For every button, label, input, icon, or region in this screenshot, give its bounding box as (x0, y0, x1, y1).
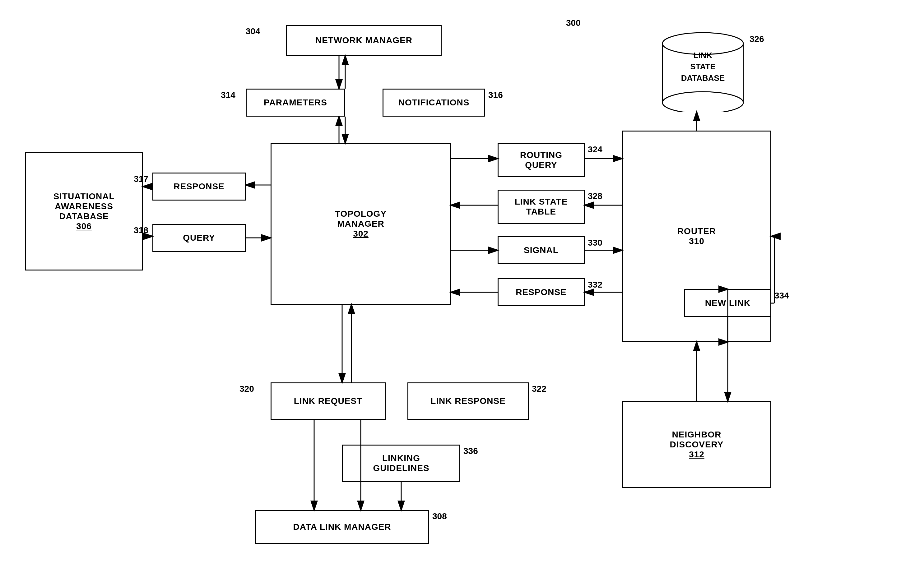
data-link-manager-box: DATA LINK MANAGER (255, 510, 429, 544)
svg-point-2 (662, 92, 743, 112)
new-link-label: NEW LINK (705, 298, 751, 308)
notifications-box: NOTIFICATIONS (383, 89, 485, 117)
response-right-box: RESPONSE (498, 278, 585, 306)
link-state-table-label: LINK STATE TABLE (515, 197, 568, 217)
ref-328: 328 (588, 191, 602, 201)
ref-324: 324 (588, 145, 602, 155)
new-link-box: NEW LINK (684, 289, 771, 317)
routing-query-label: ROUTING QUERY (520, 150, 562, 170)
query-label: QUERY (183, 233, 215, 243)
topology-label: TOPOLOGY MANAGER 302 (335, 209, 386, 239)
link-response-box: LINK RESPONSE (408, 383, 529, 420)
ref-316: 316 (488, 90, 503, 100)
network-manager-box: NETWORK MANAGER (286, 25, 442, 56)
link-request-label: LINK REQUEST (294, 396, 362, 406)
query-box: QUERY (152, 224, 246, 252)
neighbor-discovery-box: NEIGHBOR DISCOVERY 312 (622, 401, 771, 488)
ref-326: 326 (749, 34, 764, 44)
ref-322: 322 (532, 384, 546, 394)
diagram: 300 NETWORK MANAGER 304 PARAMETERS 314 N… (0, 0, 924, 587)
ref-300: 300 (566, 18, 581, 28)
response-left-label: RESPONSE (173, 181, 224, 191)
ref-334: 334 (774, 291, 789, 301)
parameters-box: PARAMETERS (246, 89, 345, 117)
linking-guidelines-label: LINKING GUIDELINES (373, 453, 429, 473)
response-left-box: RESPONSE (152, 173, 246, 201)
data-link-manager-label: DATA LINK MANAGER (293, 522, 391, 532)
signal-label: SIGNAL (524, 245, 559, 255)
linking-guidelines-box: LINKING GUIDELINES (342, 445, 460, 482)
link-state-db-cylinder: LINKSTATEDATABASE (659, 31, 746, 112)
situational-label: SITUATIONAL AWARENESS DATABASE 306 (53, 191, 114, 231)
router-label: ROUTER 310 (677, 226, 716, 246)
ref-332: 332 (588, 280, 602, 290)
ref-314: 314 (221, 90, 236, 100)
link-state-table-box: LINK STATE TABLE (498, 190, 585, 224)
notifications-label: NOTIFICATIONS (398, 97, 470, 107)
network-manager-label: NETWORK MANAGER (315, 35, 412, 45)
signal-box: SIGNAL (498, 236, 585, 264)
ref-330: 330 (588, 238, 602, 248)
link-request-box: LINK REQUEST (271, 383, 386, 420)
link-response-label: LINK RESPONSE (431, 396, 506, 406)
response-right-label: RESPONSE (516, 287, 567, 297)
ref-336: 336 (464, 446, 478, 456)
ref-317: 317 (134, 174, 148, 184)
ref-318: 318 (134, 226, 148, 235)
topology-box: TOPOLOGY MANAGER 302 (271, 143, 451, 305)
neighbor-discovery-label: NEIGHBOR DISCOVERY 312 (670, 430, 724, 460)
routing-query-box: ROUTING QUERY (498, 143, 585, 177)
ref-308: 308 (432, 511, 447, 521)
parameters-label: PARAMETERS (264, 97, 327, 107)
situational-box: SITUATIONAL AWARENESS DATABASE 306 (25, 152, 143, 270)
ref-320: 320 (239, 384, 254, 394)
ref-304: 304 (246, 26, 260, 36)
